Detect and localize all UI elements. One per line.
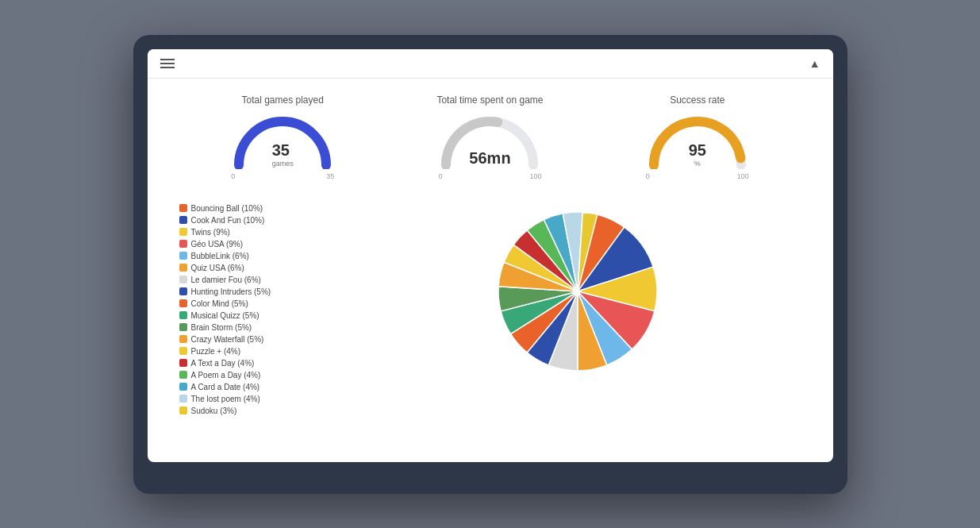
- legend-color-1: [179, 216, 187, 224]
- legend-label-14: A Poem a Day (4%): [191, 371, 261, 380]
- gauge-value-0: 35games: [272, 141, 294, 168]
- legend-color-0: [179, 204, 187, 212]
- legend-item-1: Cook And Fun (10%): [179, 216, 338, 225]
- stat-label-2: Success rate: [670, 94, 724, 106]
- legend-color-6: [179, 276, 187, 283]
- legend-color-14: [179, 371, 187, 379]
- legend-label-3: Géo USA (9%): [191, 240, 244, 249]
- gauge-range-1: 0100: [438, 172, 541, 180]
- stats-row: Total games played35games035Total time s…: [179, 94, 801, 180]
- legend-item-15: A Card a Date (4%): [179, 383, 338, 391]
- stat-label-1: Total time spent on game: [436, 94, 543, 106]
- legend-item-3: Géo USA (9%): [179, 240, 338, 249]
- legend-color-4: [179, 252, 187, 260]
- legend-item-11: Crazy Waterfall (5%): [179, 335, 338, 344]
- legend-label-13: A Text a Day (4%): [191, 359, 255, 368]
- stat-card-1: Total time spent on game56mn0100: [410, 94, 569, 180]
- legend-item-0: Bouncing Ball (10%): [179, 204, 338, 213]
- collapse-button[interactable]: ▲: [809, 57, 821, 70]
- legend-item-12: Puzzle + (4%): [179, 347, 338, 356]
- legend-label-11: Crazy Waterfall (5%): [191, 335, 264, 344]
- legend-color-9: [179, 311, 187, 319]
- legend-item-9: Musical Quizz (5%): [179, 311, 338, 320]
- legend-color-11: [179, 335, 187, 343]
- legend-color-13: [179, 359, 187, 367]
- stat-card-0: Total games played35games035: [203, 94, 362, 180]
- gauge-container-1: 56mn: [438, 114, 541, 169]
- pie-chart-wrapper: [354, 204, 801, 379]
- legend-color-5: [179, 264, 187, 272]
- legend-color-15: [179, 383, 187, 391]
- chart-area: Bouncing Ball (10%)Cook And Fun (10%)Twi…: [179, 204, 801, 418]
- legend-item-7: Hunting Intruders (5%): [179, 287, 338, 296]
- legend-label-10: Brain Storm (5%): [191, 323, 252, 332]
- legend-item-5: Quiz USA (6%): [179, 264, 338, 272]
- legend-label-17: Sudoku (3%): [191, 407, 237, 415]
- legend-label-5: Quiz USA (6%): [191, 264, 244, 272]
- legend-label-0: Bouncing Ball (10%): [191, 204, 263, 213]
- stat-card-2: Success rate95%0100: [618, 94, 777, 180]
- legend-label-15: A Card a Date (4%): [191, 383, 260, 391]
- legend-label-4: BubbleLink (6%): [191, 252, 249, 260]
- legend-label-7: Hunting Intruders (5%): [191, 287, 271, 296]
- main-content: Total games played35games035Total time s…: [148, 79, 833, 442]
- legend-item-13: A Text a Day (4%): [179, 359, 338, 368]
- header-bar: ▲: [148, 49, 833, 79]
- legend-color-3: [179, 240, 187, 248]
- legend-label-1: Cook And Fun (10%): [191, 216, 265, 225]
- chart-legend: Bouncing Ball (10%)Cook And Fun (10%)Twi…: [179, 204, 338, 418]
- legend-color-8: [179, 299, 187, 307]
- laptop-screen: ▲ Total games played35games035Total time…: [148, 49, 833, 462]
- legend-label-2: Twins (9%): [191, 228, 230, 237]
- legend-label-16: The lost poem (4%): [191, 395, 260, 403]
- stat-label-0: Total games played: [241, 94, 323, 106]
- legend-item-2: Twins (9%): [179, 228, 338, 237]
- legend-color-16: [179, 395, 187, 403]
- legend-color-17: [179, 407, 187, 414]
- legend-label-6: Le damier Fou (6%): [191, 276, 261, 284]
- legend-item-8: Color Mind (5%): [179, 299, 338, 308]
- gauge-value-2: 95%: [689, 141, 706, 168]
- legend-item-10: Brain Storm (5%): [179, 323, 338, 332]
- legend-color-12: [179, 347, 187, 355]
- gauge-container-2: 95%: [646, 114, 749, 169]
- gauge-range-2: 0100: [646, 172, 749, 180]
- legend-color-2: [179, 228, 187, 236]
- legend-item-16: The lost poem (4%): [179, 395, 338, 403]
- legend-label-12: Puzzle + (4%): [191, 347, 241, 356]
- legend-color-7: [179, 287, 187, 295]
- gauge-container-0: 35games: [231, 114, 334, 169]
- legend-label-9: Musical Quizz (5%): [191, 311, 259, 320]
- legend-item-4: BubbleLink (6%): [179, 252, 338, 260]
- laptop-frame: ▲ Total games played35games035Total time…: [133, 35, 847, 494]
- legend-color-10: [179, 323, 187, 331]
- menu-icon[interactable]: [160, 59, 175, 68]
- gauge-value-1: 56mn: [469, 149, 510, 168]
- legend-item-17: Sudoku (3%): [179, 407, 338, 415]
- legend-label-8: Color Mind (5%): [191, 299, 248, 308]
- gauge-range-0: 035: [231, 172, 334, 180]
- legend-item-6: Le damier Fou (6%): [179, 276, 338, 284]
- legend-item-14: A Poem a Day (4%): [179, 371, 338, 380]
